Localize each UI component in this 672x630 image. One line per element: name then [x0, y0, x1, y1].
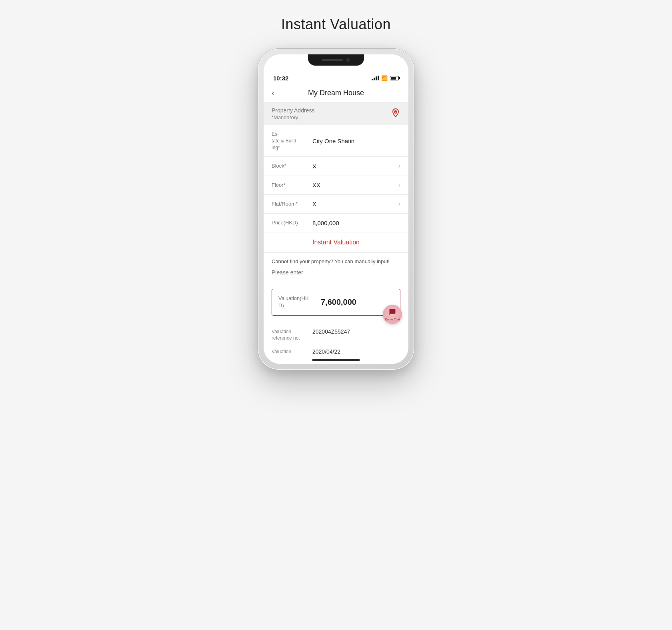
location-icon[interactable]: [391, 108, 400, 120]
flat-label: Flat/Room*: [272, 200, 308, 208]
block-chevron-icon: ›: [398, 162, 400, 170]
address-labels: Property Address *Mandatory: [272, 107, 314, 120]
flat-chevron-icon: ›: [398, 200, 400, 208]
home-bar: [312, 359, 360, 361]
estate-label: Es-tate & Build-ing*: [272, 131, 308, 151]
instant-valuation-button[interactable]: Instant Valuation: [312, 239, 360, 246]
chat-icon: [389, 308, 396, 317]
instant-valuation-section[interactable]: Instant Valuation: [264, 232, 408, 253]
val-date-row: Valuation 2020/04/22: [272, 345, 400, 356]
valuation-value: 7,600,000: [321, 298, 356, 307]
chat-fab-button[interactable]: Online Chat: [383, 305, 402, 324]
ref-no-value: 202004Z55247: [312, 328, 350, 335]
valuation-label: Valuation(HKD): [278, 295, 314, 309]
ref-no-row: Valuationreference no. 202004Z55247: [272, 325, 400, 346]
notch-area: [264, 54, 408, 72]
home-indicator: [264, 356, 408, 364]
manual-input-field[interactable]: [272, 268, 400, 277]
floor-chevron-icon: ›: [398, 182, 400, 189]
battery-icon: [390, 76, 399, 80]
floor-label: Floor*: [272, 182, 308, 189]
estate-value: City One Shatin: [312, 138, 400, 144]
speaker: [322, 59, 343, 61]
status-time: 10:32: [273, 75, 288, 82]
mandatory-label: *Mandatory: [272, 114, 314, 120]
price-label: Price(HKD): [272, 219, 308, 226]
estate-row: Es-tate & Build-ing* City One Shatin: [264, 125, 408, 157]
property-address-section: Property Address *Mandatory: [264, 102, 408, 125]
val-date-label: Valuation: [272, 348, 308, 355]
floor-value: XX: [312, 182, 394, 188]
valuation-row: Valuation(HKD) 7,600,000: [278, 295, 394, 309]
phone-screen: 10:32 📶 ‹ My Dream House: [264, 54, 408, 364]
svg-point-1: [395, 111, 396, 112]
ref-no-label: Valuationreference no.: [272, 328, 308, 342]
flat-value: X: [312, 200, 394, 207]
status-icons: 📶: [372, 75, 399, 81]
address-label: Property Address: [272, 107, 314, 114]
status-bar: 10:32 📶: [264, 72, 408, 84]
camera: [346, 58, 350, 62]
chat-label: Online Chat: [385, 318, 400, 321]
manual-input-section: Cannot find your property? You can manua…: [264, 253, 408, 283]
page-title: Instant Valuation: [281, 16, 391, 33]
price-row: Price(HKD) 8,000,000: [264, 214, 408, 232]
block-label: Block*: [272, 162, 308, 170]
val-date-value: 2020/04/22: [312, 348, 340, 355]
block-row[interactable]: Block* X ›: [264, 157, 408, 176]
phone-frame: 10:32 📶 ‹ My Dream House: [258, 49, 414, 370]
price-value: 8,000,000: [312, 220, 400, 226]
back-button[interactable]: ‹: [272, 88, 274, 98]
signal-icon: [372, 76, 379, 80]
flat-row[interactable]: Flat/Room* X ›: [264, 195, 408, 214]
block-value: X: [312, 163, 394, 170]
app-header: ‹ My Dream House: [264, 84, 408, 102]
screen-title: My Dream House: [308, 89, 364, 97]
notch: [308, 54, 364, 66]
valuation-reference-section: Valuationreference no. 202004Z55247 Valu…: [264, 321, 408, 356]
manual-hint: Cannot find your property? You can manua…: [272, 258, 400, 264]
valuation-result-box: Valuation(HKD) 7,600,000: [272, 289, 400, 315]
floor-row[interactable]: Floor* XX ›: [264, 176, 408, 195]
wifi-icon: 📶: [381, 75, 388, 81]
